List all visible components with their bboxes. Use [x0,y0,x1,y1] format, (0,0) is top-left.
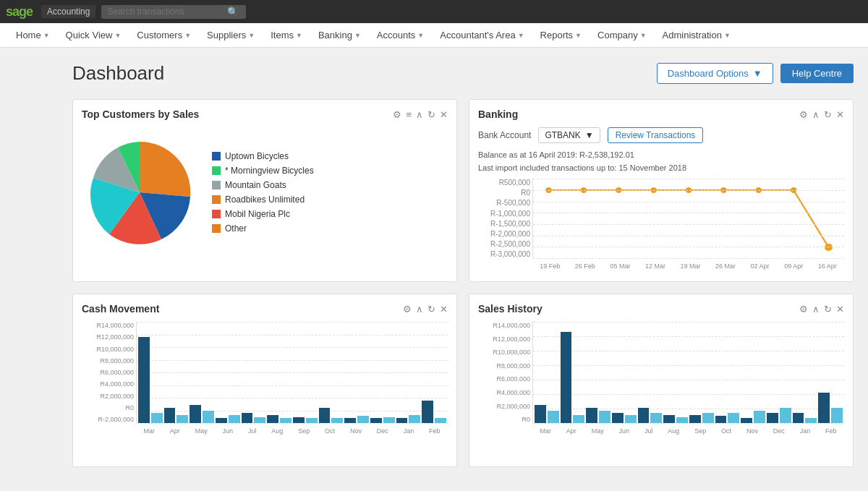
bar [780,408,791,423]
bar [741,418,752,423]
banking-chart-area [532,179,844,258]
widget-grid: Top Customers by Sales ⚙ ≡ ∧ ↻ ✕ [72,99,854,467]
collapse-icon[interactable]: ∧ [416,109,423,120]
legend-label-roadbikes: Roadbikes Unlimited [225,195,305,205]
dropdown-arrow-icon: ▼ [753,68,762,79]
banking-x-labels: 19 Feb 26 Feb 05 Mar 12 Mar 19 Mar 26 Ma… [532,260,844,273]
search-icon: 🔍 [227,7,239,17]
bar [573,415,584,423]
bar [370,418,382,423]
cash-movement-x-labels: Mar Apr May Jun Jul Aug Sep Oct Nov Dec … [136,424,448,437]
bar [805,418,817,423]
settings-icon[interactable]: ⚙ [799,109,808,120]
banking-widget: Banking ⚙ ∧ ↻ ✕ Bank Account GTBANK ▼ Re… [469,99,854,282]
bar [293,417,305,423]
cash-movement-controls: ⚙ ∧ ↻ ✕ [403,304,448,315]
bar [663,415,675,423]
bank-dropdown-arrow: ▼ [585,130,594,140]
bar [728,413,739,423]
settings-icon[interactable]: ⚙ [393,109,401,120]
help-centre-button[interactable]: Help Centre [780,64,854,83]
nav-items[interactable]: Items ▼ [263,25,310,45]
refresh-icon[interactable]: ↻ [427,304,435,315]
legend-item: Uptown Bicycles [212,151,314,161]
sales-history-chart: R14,000,000 R12,000,000 R10,000,000 R8,0… [478,322,844,437]
banking-title: Banking [478,108,518,120]
banking-controls: ⚙ ∧ ↻ ✕ [799,109,844,120]
legend-color-roadbikes [212,195,221,204]
close-icon[interactable]: ✕ [440,109,448,120]
bar [586,408,597,423]
collapse-icon[interactable]: ∧ [416,304,423,315]
bar [548,411,559,423]
bank-select[interactable]: GTBANK ▼ [538,127,600,143]
bar [754,411,765,423]
nav-company[interactable]: Company ▼ [590,25,654,45]
nav-suppliers[interactable]: Suppliers ▼ [200,25,262,45]
sales-history-y-labels: R14,000,000 R12,000,000 R10,000,000 R8,0… [478,322,530,423]
bar [715,416,727,423]
collapse-icon[interactable]: ∧ [812,304,820,315]
bar [689,415,701,423]
bar [138,337,150,423]
collapse-icon[interactable]: ∧ [812,109,820,120]
bar [831,408,843,423]
nav-reports[interactable]: Reports ▼ [533,25,589,45]
top-customers-widget: Top Customers by Sales ⚙ ≡ ∧ ↻ ✕ [72,99,457,282]
bar [702,413,714,423]
close-icon[interactable]: ✕ [440,304,448,315]
bar [676,417,688,423]
review-transactions-button[interactable]: Review Transactions [608,127,704,143]
close-icon[interactable]: ✕ [836,304,844,315]
bar [535,405,546,423]
bar [357,416,369,423]
nav-customers[interactable]: Customers ▼ [129,25,198,45]
dashboard-options-button[interactable]: Dashboard Options ▼ [657,63,773,84]
cash-movement-header: Cash Movement ⚙ ∧ ↻ ✕ [82,303,448,315]
settings-icon[interactable]: ⚙ [403,304,412,315]
search-input[interactable] [107,7,223,17]
bar [383,417,395,423]
sage-logo-text: sage [6,4,33,20]
legend-color-morningview [212,166,221,175]
bar [254,417,265,423]
legend-label-mountain: Mountain Goats [225,180,286,190]
legend-item: Mountain Goats [212,180,314,190]
bar [203,411,214,423]
top-customers-header: Top Customers by Sales ⚙ ≡ ∧ ↻ ✕ [82,108,448,120]
dashboard-header: Dashboard Dashboard Options ▼ Help Centr… [72,62,854,85]
bar [319,408,331,423]
legend-item: Other [212,223,314,234]
bar [793,413,804,423]
bar [561,332,572,423]
top-customers-controls: ⚙ ≡ ∧ ↻ ✕ [393,109,448,120]
nav-accountants-area[interactable]: Accountant's Area ▼ [433,25,531,45]
nav-home[interactable]: Home ▼ [9,25,57,45]
legend-color-other [212,224,221,233]
list-icon[interactable]: ≡ [406,109,412,120]
sage-logo: sage [6,4,33,20]
pie-chart [82,135,197,250]
navbar: Home ▼ Quick View ▼ Customers ▼ Supplier… [0,23,868,48]
bar [229,415,240,423]
legend-label-uptown: Uptown Bicycles [225,151,289,161]
refresh-icon[interactable]: ↻ [824,109,832,120]
refresh-icon[interactable]: ↻ [427,109,435,120]
nav-quickview[interactable]: Quick View ▼ [59,25,129,45]
legend-label-morningview: * Morningview Bicycles [225,166,314,176]
bar [190,405,201,423]
sales-history-x-labels: Mar Apr May Jun Jul Aug Sep Oct Nov Dec … [532,424,844,437]
nav-accounts[interactable]: Accounts ▼ [370,25,431,45]
sales-history-bars [533,322,844,423]
nav-banking[interactable]: Banking ▼ [311,25,368,45]
bar [599,411,610,423]
cash-movement-chart-area [136,322,448,423]
settings-icon[interactable]: ⚙ [799,304,808,315]
close-icon[interactable]: ✕ [836,109,844,120]
nav-administration[interactable]: Administration ▼ [655,25,738,45]
bank-name: GTBANK [545,130,580,140]
sales-history-title: Sales History [478,303,542,315]
bar [396,418,408,423]
bank-balance-info: Balance as at 16 April 2019: R-2,538,192… [478,149,844,174]
refresh-icon[interactable]: ↻ [824,304,832,315]
